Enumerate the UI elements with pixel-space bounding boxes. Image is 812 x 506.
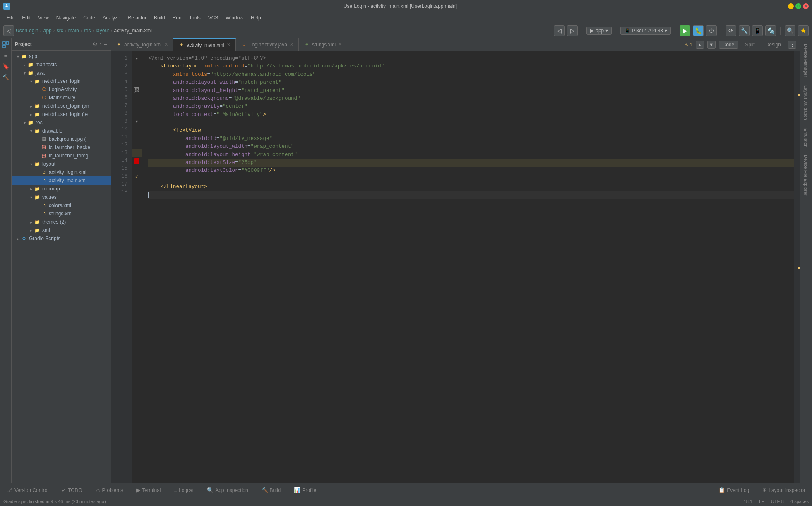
close-button[interactable]: ✕ [803,3,809,9]
status-position[interactable]: 18:1 [744,499,752,504]
menu-vcs[interactable]: VCS [205,14,222,22]
view-split-btn[interactable]: Split [741,41,758,49]
nav-down-button[interactable]: ▼ [707,41,716,49]
tree-item-layout[interactable]: ▾ 📁 layout [12,160,111,168]
menu-edit[interactable]: Edit [19,14,34,22]
tab-close-main[interactable]: ✕ [227,42,231,48]
tree-item-colors[interactable]: 🗋 colors.xml [12,201,111,210]
tree-item-background[interactable]: 🖼 background.jpg ( [12,135,111,143]
menu-file[interactable]: File [3,14,18,22]
bottom-tab-app-inspection[interactable]: 🔍 App Inspection [204,484,251,495]
status-indent[interactable]: 4 spaces [790,499,809,504]
right-tab-layout-validation[interactable]: Layout Validation [802,81,811,124]
menu-refactor[interactable]: Refactor [125,14,150,22]
tree-item-themes[interactable]: ▸ 📁 themes (2) [12,218,111,226]
breadcrumb-src[interactable]: src [57,28,63,34]
tree-item-pkg-an[interactable]: ▸ 📁 net.drf.user_login (an [12,102,111,110]
menu-build[interactable]: Build [151,14,168,22]
breadcrumb-res[interactable]: res [84,28,91,34]
panel-expand-icon[interactable]: ↕ [99,41,102,48]
tree-item-activity-main[interactable]: 🗋 activity_main.xml [12,176,111,185]
panel-collapse-icon[interactable]: − [104,41,107,48]
tab-activity-main[interactable]: ✦ activity_main.xml ✕ [173,38,236,51]
tree-item-java[interactable]: ▾ 📁 java [12,69,111,77]
sidebar-structure-icon[interactable]: ≡ [1,51,11,60]
app-dropdown[interactable]: ▶ app ▾ [586,27,612,35]
bottom-tab-build[interactable]: 🔨 Build [258,484,284,495]
run-button[interactable]: ▶ [680,25,690,36]
bottom-tab-layout-inspector[interactable]: ⊞ Layout Inspector [759,484,809,495]
tree-item-values[interactable]: ▾ 📁 values [12,193,111,201]
panel-settings-icon[interactable]: ⚙ [92,41,98,48]
right-tab-emulator[interactable]: Emulator [802,124,811,151]
profile-button[interactable]: ⏱ [706,25,717,36]
tree-item-loginactivity[interactable]: C LoginActivity [12,85,111,94]
nav-back-button[interactable]: ◁ [3,25,14,36]
tree-item-app[interactable]: ▾ 📁 app [12,52,111,60]
breadcrumb-userlogin[interactable]: UserLogin [16,28,38,34]
menu-tools[interactable]: Tools [186,14,204,22]
sync-button[interactable]: ⟳ [726,25,736,36]
tree-item-ic-foreg[interactable]: 🖼 ic_launcher_foreg [12,152,111,160]
menu-help[interactable]: Help [247,14,264,22]
code-editor[interactable]: 1 2 3 4 5 6 7 8 9 10 11 12 13 14 15 16 1… [111,51,800,483]
menu-analyze[interactable]: Analyze [99,14,124,22]
sidebar-build-icon[interactable]: 🔨 [1,72,11,82]
tree-item-activity-login[interactable]: 🗋 activity_login.xml [12,168,111,176]
tab-close-login-java[interactable]: ✕ [290,42,293,47]
breadcrumb-layout[interactable]: layout [96,28,109,34]
tree-item-xml[interactable]: ▸ 📁 xml [12,226,111,234]
tab-close-login[interactable]: ✕ [164,42,168,47]
tree-item-pkg[interactable]: ▾ 📁 net.drf.user_login [12,77,111,85]
menu-navigate[interactable]: Navigate [53,14,79,22]
view-design-btn[interactable]: Design [762,41,785,49]
toolbar-forward[interactable]: ▷ [567,25,578,36]
tab-loginactivity[interactable]: C LoginActivity.java ✕ [236,38,299,51]
maximize-button[interactable]: □ [795,3,801,9]
tree-item-manifests[interactable]: ▸ 📁 manifests [12,60,111,69]
breadcrumb-main[interactable]: main [68,28,79,34]
search-button[interactable]: 🔍 [785,25,795,36]
right-tab-device-file-explorer[interactable]: Device File Explorer [802,151,811,200]
menu-code[interactable]: Code [80,14,98,22]
tree-item-strings[interactable]: 🗋 strings.xml [12,210,111,218]
tree-item-drawable[interactable]: ▾ 📁 drawable [12,127,111,135]
toolbar-back[interactable]: ◁ [554,25,565,36]
bottom-tab-problems[interactable]: ⚠ Problems [92,484,127,495]
bottom-tab-terminal[interactable]: ▶ Terminal [133,484,164,495]
bottom-tab-todo[interactable]: ✓ TODO [58,484,85,495]
tree-item-mainactivity[interactable]: C MainActivity [12,94,111,102]
menu-view[interactable]: View [35,14,52,22]
tree-item-pkg-te[interactable]: ▸ 📁 net.drf.user_login (te [12,110,111,118]
bottom-tab-logcat[interactable]: ≡ Logcat [171,484,197,495]
sidebar-project-icon[interactable] [1,40,11,50]
device-dropdown[interactable]: 📱 Pixel 4 API 33 ▾ [620,27,671,35]
tab-close-strings[interactable]: ✕ [338,42,342,47]
status-encoding[interactable]: UTF-8 [771,499,784,504]
debug-button[interactable]: 🐛 [693,25,704,36]
minimize-button[interactable]: − [788,3,794,9]
tree-item-res[interactable]: ▾ 📁 res [12,118,111,127]
tree-item-mipmap[interactable]: ▸ 📁 mipmap [12,185,111,193]
tree-item-gradle[interactable]: ▸ ⚙ Gradle Scripts [12,234,111,243]
right-tab-device-manager[interactable]: Device Manager [802,40,811,81]
tab-activity-login[interactable]: ✦ activity_login.xml ✕ [111,38,173,51]
avd-button[interactable]: 📱 [752,25,763,36]
menu-window[interactable]: Window [222,14,247,22]
bottom-tab-profiler[interactable]: 📊 Profiler [291,484,321,495]
tab-strings[interactable]: ✦ strings.xml ✕ [299,38,347,51]
more-options-btn[interactable]: ⋮ [788,41,796,49]
gradle-button[interactable]: 🔧 [739,25,750,36]
menu-run[interactable]: Run [169,14,185,22]
sidebar-bookmarks-icon[interactable]: 🔖 [1,61,11,71]
bottom-tab-event-log[interactable]: 📋 Event Log [715,484,752,495]
code-content[interactable]: <?xml version="1.0" encoding="utf-8"?> <… [142,51,794,483]
view-code-btn[interactable]: Code [719,41,738,49]
tree-item-ic-backe[interactable]: 🖼 ic_launcher_backe [12,143,111,152]
nav-up-button[interactable]: ▲ [696,41,704,49]
settings-icon[interactable]: ★ [798,25,809,36]
sdk-button[interactable]: 🔩 [765,25,776,36]
bottom-tab-version-control[interactable]: ⎇ Version Control [3,484,52,495]
status-line-ending[interactable]: LF [759,499,764,504]
breadcrumb-app[interactable]: app [43,28,52,34]
